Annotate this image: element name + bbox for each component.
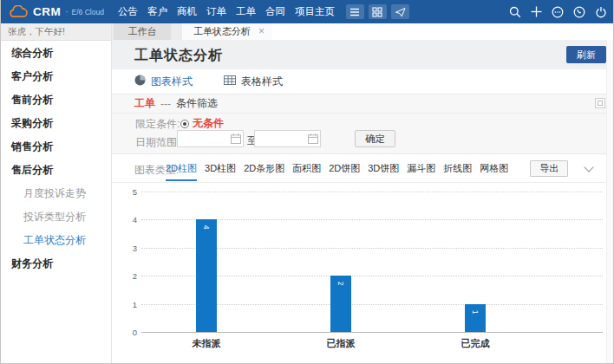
tab-close-icon[interactable]: × <box>258 23 265 40</box>
radio-selected-icon[interactable] <box>180 120 189 128</box>
scrollbar[interactable] <box>606 40 613 363</box>
chart-plot: 4 2 1 未指派 已指派 已完成 012345 <box>112 183 613 364</box>
brand-subtitle: E/6 Cloud <box>72 8 104 16</box>
search-icon[interactable] <box>509 6 521 18</box>
sidebar-item-procurement-analysis[interactable]: 采购分析 <box>1 112 111 135</box>
brand-name: CRM <box>33 5 61 18</box>
view-toggle-chart[interactable]: 图表样式 <box>134 75 193 89</box>
content: 工作台 工单状态分析 × 工单状态分析 刷新 图表样式 表格样式 <box>112 23 613 363</box>
sidebar-menu: 综合分析 客户分析 售前分析 采购分析 销售分析 售后分析 月度投诉走势 投诉类… <box>1 42 111 276</box>
sidebar-greeting: 张虎，下午好! <box>1 23 111 41</box>
topnav-item-announcement[interactable]: 公告 <box>118 5 138 18</box>
sidebar-item-presales-analysis[interactable]: 售前分析 <box>1 88 111 112</box>
gridline: 0 <box>141 332 603 333</box>
sidebar-item-workorder-status-analysis[interactable]: 工单状态分析 <box>1 229 111 252</box>
filter-title: 条件筛选 <box>176 96 218 111</box>
chart-type-row: 图表类型: 2D柱图 3D柱图 2D条形图 面积图 2D饼图 3D饼图 漏斗图 … <box>112 154 613 183</box>
topnav-item-customer[interactable]: 客户 <box>147 5 167 18</box>
topnav-item-project-home[interactable]: 项目主页 <box>295 5 335 18</box>
sidebar-item-customer-analysis[interactable]: 客户分析 <box>1 65 111 88</box>
sidebar-item-comprehensive-analysis[interactable]: 综合分析 <box>1 42 111 65</box>
filter-header: 工单 --- 条件筛选 <box>112 94 613 114</box>
bar-value-label: 2 <box>336 273 345 294</box>
collapse-panel-icon[interactable] <box>595 98 605 108</box>
tab-workorder-status-analysis[interactable]: 工单状态分析 × <box>182 23 272 40</box>
calendar-icon[interactable] <box>308 133 318 144</box>
add-icon[interactable] <box>531 6 542 17</box>
chart-type-tab-2d-column[interactable]: 2D柱图 <box>166 156 197 181</box>
no-condition-label: 无条件 <box>193 116 224 131</box>
chart-bar: 1 <box>465 304 486 332</box>
export-button[interactable]: 导出 <box>530 160 568 177</box>
crm-app-window: CRM · E/6 Cloud 公告 客户 商机 订单 工单 合同 项目主页 <box>0 0 614 364</box>
apps-grid-icon[interactable] <box>369 4 387 19</box>
date-range-label: 日期范围: <box>135 135 180 150</box>
view-toggle-table[interactable]: 表格样式 <box>224 75 283 89</box>
bar-value-label: 1 <box>471 302 480 322</box>
topnav: 公告 客户 商机 订单 工单 合同 项目主页 <box>118 5 335 18</box>
tab-workbench[interactable]: 工作台 <box>114 23 171 40</box>
condition-label: 限定条件: <box>135 117 180 132</box>
title-bar: 工单状态分析 刷新 <box>112 40 613 69</box>
chart-type-tab-3d-pie[interactable]: 3D饼图 <box>368 156 399 181</box>
date-to-field <box>254 130 321 147</box>
y-axis-tick: 4 <box>124 215 137 224</box>
chart-type-tab-grid[interactable]: 网格图 <box>480 156 508 181</box>
sidebar-item-complaint-type-analysis[interactable]: 投诉类型分析 <box>1 205 111 229</box>
filter-separator: --- <box>160 98 171 110</box>
topnav-item-order[interactable]: 订单 <box>206 5 226 18</box>
power-icon[interactable] <box>595 6 607 18</box>
chart-type-tab-funnel[interactable]: 漏斗图 <box>407 156 435 181</box>
category-label-unassigned: 未指派 <box>176 337 237 350</box>
sidebar-item-sales-analysis[interactable]: 销售分析 <box>1 135 111 159</box>
sidebar: 张虎，下午好! 综合分析 客户分析 售前分析 采购分析 销售分析 售后分析 月度… <box>1 23 112 363</box>
topnav-item-contract[interactable]: 合同 <box>265 5 285 18</box>
chart-type-tab-3d-column[interactable]: 3D柱图 <box>205 156 236 181</box>
view-toggle-table-label: 表格样式 <box>241 75 283 89</box>
filter-entity-label: 工单 <box>134 96 155 111</box>
chart-area: 4 2 1 未指派 已指派 已完成 012345 <box>112 183 613 364</box>
view-toggle-chart-label: 图表样式 <box>151 75 193 89</box>
topbar-right-icons <box>509 6 607 18</box>
hamburger-menu-icon[interactable] <box>346 4 364 19</box>
tab-strip-spacer <box>272 23 613 40</box>
topnav-item-workorder[interactable]: 工单 <box>236 5 256 18</box>
y-axis-tick: 5 <box>124 187 137 197</box>
category-label-assigned: 已指派 <box>310 337 371 350</box>
pie-chart-icon <box>134 75 146 88</box>
tab-label: 工单状态分析 <box>193 23 251 40</box>
phone-icon[interactable] <box>573 6 585 18</box>
sidebar-item-monthly-complaint-trend[interactable]: 月度投诉走势 <box>1 182 111 205</box>
calendar-icon[interactable] <box>231 133 241 144</box>
more-ellipsis-icon[interactable] <box>552 6 564 18</box>
category-label-completed: 已完成 <box>445 337 506 350</box>
date-from-field <box>177 130 244 147</box>
brand-separator: · <box>65 7 68 16</box>
chart-type-tab-line[interactable]: 折线图 <box>443 156 472 181</box>
confirm-button[interactable]: 确定 <box>355 130 395 147</box>
chevron-down-icon[interactable] <box>584 162 593 172</box>
sidebar-item-aftersales-analysis[interactable]: 售后分析 <box>1 159 111 182</box>
bar-value-label: 4 <box>202 217 211 237</box>
chart-type-tab-2d-pie[interactable]: 2D饼图 <box>329 156 360 181</box>
chart-type-tab-2d-bar[interactable]: 2D条形图 <box>244 156 284 181</box>
sidebar-item-finance-analysis[interactable]: 财务分析 <box>1 252 111 276</box>
topbar: CRM · E/6 Cloud 公告 客户 商机 订单 工单 合同 项目主页 <box>1 0 613 23</box>
view-toggle-row: 图表样式 表格样式 <box>112 69 613 94</box>
no-condition-radio[interactable]: 无条件 <box>180 116 224 131</box>
table-icon <box>224 75 236 88</box>
topbar-quick-icons <box>346 4 409 19</box>
y-axis-tick: 0 <box>124 328 137 337</box>
tab-strip: 工作台 工单状态分析 × <box>112 23 613 40</box>
y-axis-tick: 2 <box>124 271 137 281</box>
chart-bar: 2 <box>330 276 351 332</box>
chart-type-tabs: 2D柱图 3D柱图 2D条形图 面积图 2D饼图 3D饼图 漏斗图 折线图 网格… <box>166 154 568 182</box>
y-axis-tick: 1 <box>124 300 137 309</box>
gridline: 5 <box>141 192 603 192</box>
page-title: 工单状态分析 <box>134 47 223 65</box>
refresh-button[interactable]: 刷新 <box>566 46 606 63</box>
send-icon[interactable] <box>391 4 409 19</box>
topnav-item-opportunity[interactable]: 商机 <box>177 5 197 18</box>
filter-panel: 工单 --- 条件筛选 限定条件: 无条件 日期范围: 至 确定 <box>112 94 613 154</box>
chart-type-tab-area[interactable]: 面积图 <box>292 156 321 181</box>
